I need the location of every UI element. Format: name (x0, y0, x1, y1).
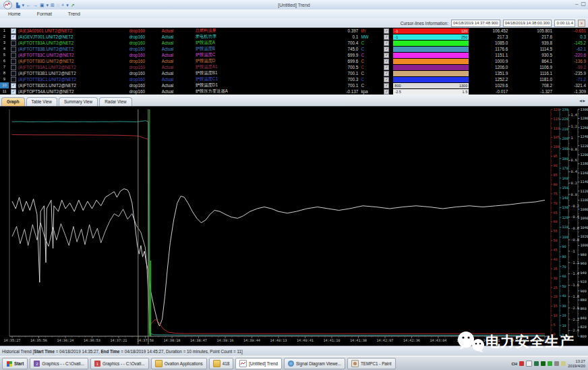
scale-checkbox[interactable]: ✓ (384, 83, 389, 88)
cursor2-time-field[interactable]: 04/18/2019 14:38:00.300 (503, 20, 552, 27)
current-value: 699.9 (310, 53, 358, 57)
taskbar-clock[interactable]: 13:27 2019/4/20 (568, 359, 585, 368)
table-row[interactable]: 8(A)FTOTT83B1.UNIT2@NET2drop160Actual炉膛温… (0, 70, 588, 76)
trend-graph[interactable]: 14:35:2714:35:5614:36:2414:36:5314:37:21… (0, 106, 588, 346)
taskbar-item[interactable]: 2Graphics - - C:\Ovati... (30, 358, 88, 369)
scale-checkbox[interactable]: ✓ (384, 34, 389, 40)
table-row[interactable]: 4(A)FTOTT83B.UNIT2@NET2drop160Actual炉膛温度… (0, 46, 588, 52)
visibility-checkbox[interactable] (11, 53, 16, 58)
tray-icon[interactable] (561, 361, 566, 366)
tab-table-view[interactable]: Table View (26, 97, 57, 106)
table-row[interactable]: 1✓(A)E3A02601.UNIT2@NET2drop160Actual总燃料… (0, 28, 588, 34)
engineering-unit: C (358, 53, 380, 57)
svg-text:230: 230 (562, 107, 568, 111)
svg-text:14:43:04: 14:43:04 (430, 338, 447, 342)
taskbar-item-label: [Untitled] Trend (249, 361, 278, 366)
scale-checkbox[interactable]: ✓ (384, 65, 389, 70)
scale-checkbox[interactable]: ✓ (384, 41, 389, 46)
maximize-button[interactable]: ▢ (581, 1, 586, 7)
svg-text:14:38:47: 14:38:47 (190, 338, 207, 342)
watermark-text: 电力安全生产 (486, 332, 575, 351)
tray-icon[interactable] (541, 361, 546, 366)
cursor-delta-value: 0.3 (552, 34, 588, 39)
scale-checkbox[interactable]: ✓ (384, 71, 389, 76)
tab-radar-view[interactable]: Radar View (99, 97, 131, 106)
tray-icon[interactable] (554, 361, 559, 366)
drop-name: drop160 (129, 83, 162, 88)
table-row[interactable]: 11✓(A)FTOPT54A.UNIT2@NET2drop160Actual炉膛… (0, 88, 588, 95)
cursor2-value: 864.1 (508, 59, 552, 63)
visibility-checkbox[interactable] (11, 41, 16, 46)
svg-text:840: 840 (580, 316, 586, 320)
scale-color-bar: -2.51.5 (393, 89, 469, 95)
visibility-checkbox[interactable] (11, 77, 16, 82)
trend-application-window: ▙▾←→▣▾⊞◌+▾↗ [Untitled] Trend – ▢ HomeFor… (0, 0, 588, 370)
tray-icon[interactable] (519, 361, 524, 366)
svg-text:105: 105 (553, 135, 559, 139)
folder-icon (213, 360, 220, 367)
taskbar-item[interactable]: Ovation Applications (151, 358, 207, 369)
cursor-delta-field[interactable]: 0:00:11.4 (554, 20, 575, 27)
tab-graph[interactable]: Graph (1, 97, 25, 106)
visibility-checkbox[interactable] (11, 59, 16, 64)
table-row[interactable]: 6(A)FTOTT83D.UNIT2@NET2drop160Actual炉膛温度… (0, 58, 588, 64)
tab-scroll-left-icon[interactable]: ◀ (579, 99, 582, 103)
scale-checkbox[interactable]: ✓ (384, 89, 389, 95)
close-cursor-info-icon[interactable]: x (578, 20, 585, 27)
scale-checkbox[interactable]: ✓ (384, 59, 389, 64)
taskbar-item-label: Ovation Applications (165, 361, 203, 366)
visibility-checkbox[interactable]: ✓ (11, 89, 16, 95)
value-mode: Actual (162, 71, 196, 76)
table-row[interactable]: 5(A)FTOTT83C.UNIT2@NET2drop160Actual炉膛温度… (0, 52, 588, 58)
tab-scroll-right-icon[interactable]: ▶ (583, 99, 585, 103)
tray-icon[interactable] (526, 361, 532, 367)
scale-checkbox[interactable]: ✓ (384, 53, 389, 58)
drop-name: drop160 (129, 28, 162, 33)
svg-text:14:35:27: 14:35:27 (4, 338, 21, 342)
tray-icon[interactable] (548, 361, 552, 366)
table-row[interactable]: 9(A)FTOTT83C1.UNIT2@NET2drop160Actual炉膛温… (0, 76, 588, 82)
start-button[interactable]: Start (2, 358, 28, 369)
taskbar: Start2Graphics - - C:\Ovati...1Graphics … (0, 356, 588, 370)
taskbar-item[interactable]: TEMPC1 - Paint (347, 358, 396, 369)
visibility-checkbox[interactable]: ✓ (11, 34, 16, 40)
menu-tab-trend[interactable]: Trend (60, 11, 88, 16)
tray-icon[interactable] (534, 361, 539, 366)
svg-text:1000: 1000 (580, 243, 588, 247)
signal-description: 炉膛压力变送器A (196, 88, 310, 95)
table-row[interactable]: 3(A)FTOTT83A.UNIT2@NET2drop160Actual炉膛温度… (0, 40, 588, 46)
row-number: 1 (0, 28, 9, 34)
svg-text:15: 15 (553, 304, 557, 308)
scale-checkbox[interactable]: ✓ (384, 28, 389, 34)
visibility-checkbox[interactable] (11, 65, 16, 70)
cursor-delta-value: -235.9 (552, 71, 588, 76)
taskbar-item[interactable]: 1Graphics - - C:\Ovati... (90, 358, 149, 369)
engineering-unit: C (358, 77, 380, 82)
table-row[interactable]: 7(A)FTOTT83A1.UNIT2@NET2drop160Actual炉膛温… (0, 64, 588, 70)
visibility-checkbox[interactable]: ✓ (11, 83, 16, 88)
menu-tab-format[interactable]: Format (29, 11, 60, 16)
scale-checkbox[interactable]: ✓ (384, 47, 389, 52)
taskbar-item-label: Start (14, 361, 24, 366)
taskbar-item[interactable]: 418 (209, 358, 234, 369)
globe-icon (288, 361, 294, 367)
table-row[interactable]: 2✓(A)GEVJT001.UNIT2@NET2drop160Actual发电机… (0, 34, 588, 40)
scale-checkbox[interactable]: ✓ (384, 77, 389, 82)
tab-summary-view[interactable]: Summary View (59, 97, 98, 106)
table-row[interactable]: 10✓(A)FTOTT83D1.UNIT2@NET2drop160Actual炉… (0, 82, 588, 88)
taskbar-item[interactable]: [Untitled] Trend (235, 358, 282, 369)
visibility-checkbox[interactable]: ✓ (11, 28, 16, 34)
menu-tab-home[interactable]: Home (0, 11, 29, 16)
svg-text:0.6: 0.6 (570, 158, 577, 162)
visibility-checkbox[interactable] (11, 47, 16, 52)
svg-text:70: 70 (553, 201, 557, 205)
svg-text:120: 120 (562, 215, 568, 219)
language-indicator[interactable]: CH (512, 362, 518, 366)
scale-max-label: 1.5 (463, 90, 468, 94)
row-number: 8 (0, 70, 9, 76)
cursor-delta-value: -145.2 (552, 41, 588, 45)
cursor1-time-field[interactable]: 04/18/2019 14:37:48.900 (451, 20, 500, 27)
minimize-button[interactable]: – (575, 1, 578, 7)
taskbar-item[interactable]: Signal Diagram Viewe... (284, 358, 345, 369)
visibility-checkbox[interactable] (11, 71, 16, 76)
